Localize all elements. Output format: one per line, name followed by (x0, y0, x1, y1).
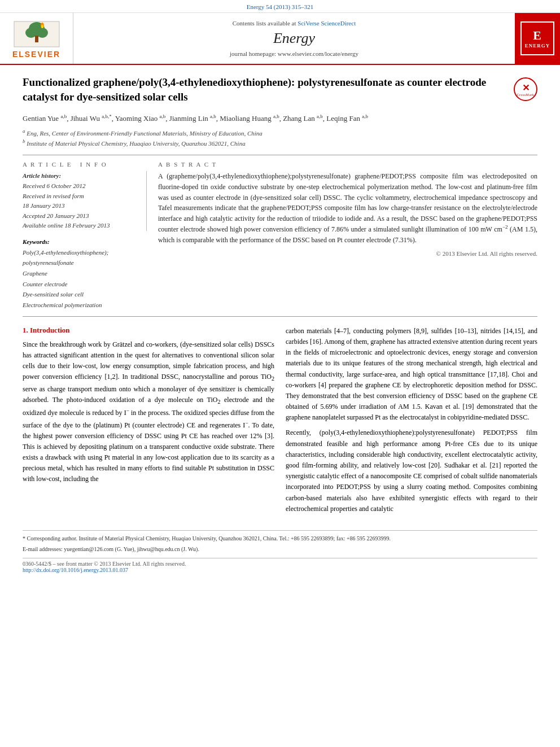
section-divider (23, 155, 537, 155)
doi-line[interactable]: http://dx.doi.org/10.1016/j.energy.2013.… (23, 567, 537, 573)
elsevier-logo: ELSEVIER (0, 13, 73, 64)
main-content: Functionalized graphene/poly(3,4-ethylen… (0, 65, 560, 584)
corresponding-footnote: * Corresponding author. Institute of Mat… (23, 534, 537, 543)
corresponding-note-text: * Corresponding author. Institute of Mat… (23, 535, 391, 541)
affiliation-a: Eng, Res, Center of Environment-Friendly… (27, 130, 262, 137)
keyword-2: polystyrenesulfonate (23, 257, 147, 268)
email-label: E-mail addresses: (23, 546, 63, 552)
affiliation-b: Institute of Material Physical Chemistry… (27, 140, 245, 147)
copyright-line: © 2013 Elsevier Ltd. All rights reserved… (158, 249, 537, 259)
doi-link[interactable]: http://dx.doi.org/10.1016/j.energy.2013.… (23, 567, 128, 573)
journal-homepage: journal homepage: www.elsevier.com/locat… (230, 50, 358, 57)
article-info-label: A R T I C L E I N F O (23, 161, 147, 168)
article-info-block: Article history: Received 6 October 2012… (23, 171, 147, 231)
keywords-title: Keywords: (23, 237, 147, 247)
crossmark-cross-icon: ✕ (522, 82, 530, 93)
body-left-column: 1. Introduction Since the breakthrough w… (23, 326, 274, 519)
keyword-4: Counter electrode (23, 279, 147, 290)
energy-logo-box: E ENERGY (515, 13, 560, 64)
email-addresses: yuegentian@126.com (G. Yue), jihwu@hqu.e… (64, 546, 199, 552)
article-title-section: Functionalized graphene/poly(3,4-ethylen… (23, 75, 537, 107)
article-title-text: Functionalized graphene/poly(3,4-ethylen… (23, 75, 505, 107)
issn-text: 0360-5442/$ – see front matter © 2013 El… (23, 561, 537, 567)
keywords-block: Keywords: Poly(3,4-ethylenedioxythiophen… (23, 237, 147, 311)
journal-header: ELSEVIER Contents lists available at Sci… (0, 13, 560, 65)
footer-bottom: 0360-5442/$ – see front matter © 2013 El… (23, 558, 537, 573)
energy-logo-label: ENERGY (525, 43, 550, 49)
keyword-1: Poly(3,4-ethylenedioxythiophene); (23, 247, 147, 258)
sciverse-text: Contents lists available at (233, 20, 296, 27)
info-abstract-section: A R T I C L E I N F O Article history: R… (23, 161, 537, 310)
keyword-3: Graphene (23, 268, 147, 279)
footer-section: * Corresponding author. Institute of Mat… (23, 530, 537, 573)
article-title: Functionalized graphene/poly(3,4-ethylen… (23, 75, 505, 104)
received-date: Received 6 October 2012 (23, 181, 139, 191)
crossmark-badge[interactable]: ✕ CrossMark (514, 77, 537, 101)
available-date: Available online 18 February 2013 (23, 221, 139, 231)
intro-paragraph-2: carbon materials [4–7], conducting polym… (286, 326, 537, 423)
received-revised-date: Received in revised form18 January 2013 (23, 191, 139, 211)
journal-center-section: Contents lists available at SciVerse Sci… (73, 13, 515, 64)
crossmark-label: CrossMark (517, 93, 534, 97)
history-label: Article history: (23, 171, 139, 181)
citation-bar: Energy 54 (2013) 315–321 (0, 0, 560, 13)
abstract-label: A B S T R A C T (158, 161, 537, 168)
abstract-block: A (grapheme/poly(3,4-ethylenedioxythioph… (158, 171, 537, 258)
affiliations: a Eng, Res, Center of Environment-Friend… (23, 128, 537, 148)
keyword-5: Dye-sensitized solar cell (23, 289, 147, 300)
svg-rect-4 (35, 36, 38, 42)
energy-logo-e: E (533, 28, 542, 43)
article-info-column: A R T I C L E I N F O Article history: R… (23, 161, 147, 310)
keyword-6: Electrochemical polymerization (23, 300, 147, 311)
elsevier-wordmark: ELSEVIER (12, 50, 60, 59)
svg-point-6 (41, 25, 43, 28)
elsevier-tree-icon (11, 19, 62, 50)
citation-text: Energy 54 (2013) 315–321 (247, 3, 314, 10)
body-divider (23, 316, 537, 317)
body-section: 1. Introduction Since the breakthrough w… (23, 326, 537, 519)
energy-logo-inner: E ENERGY (520, 21, 554, 55)
abstract-column: A B S T R A C T A (grapheme/poly(3,4-eth… (158, 161, 537, 310)
authors-line: Gentian Yue a,b, Jihuai Wu a,b,*, Yaomin… (23, 113, 537, 124)
intro-paragraph-1: Since the breakthrough work by Grätzel a… (23, 339, 274, 485)
accepted-date: Accepted 20 January 2013 (23, 211, 139, 221)
introduction-heading: 1. Introduction (23, 326, 274, 335)
intro-paragraph-3: Recently, (poly(3,4-ethylenedioxythiophe… (286, 427, 537, 514)
sciverse-link[interactable]: SciVerse ScienceDirect (298, 20, 356, 27)
email-footnote: E-mail addresses: yuegentian@126.com (G.… (23, 545, 537, 553)
body-right-column: carbon materials [4–7], conducting polym… (286, 326, 537, 519)
journal-name: Energy (273, 30, 315, 47)
homepage-text: journal homepage: www.elsevier.com/locat… (230, 50, 358, 57)
sciverse-line: Contents lists available at SciVerse Sci… (233, 20, 356, 27)
abstract-body: A (grapheme/poly(3,4-ethylenedioxythioph… (158, 171, 537, 245)
